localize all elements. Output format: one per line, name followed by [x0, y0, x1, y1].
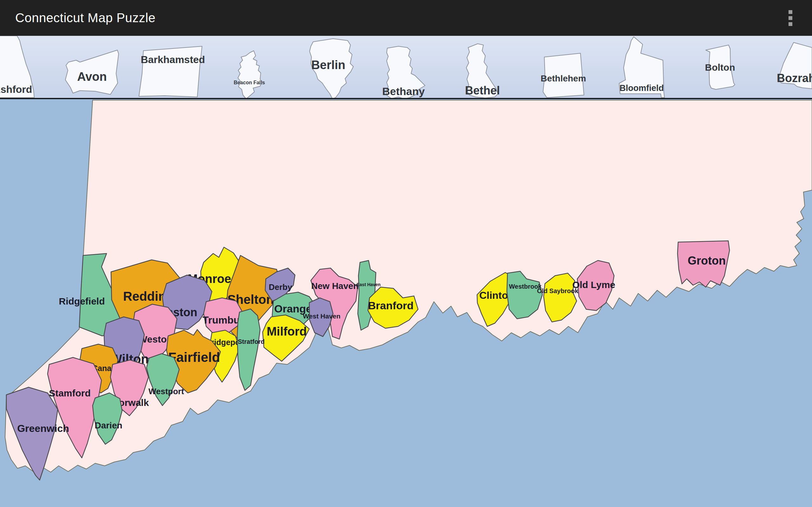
map-piece-label: East Haven [357, 282, 380, 287]
tray-piece-label: Bethel [465, 84, 500, 97]
map-piece-groton[interactable]: Groton [677, 241, 729, 287]
piece-tray[interactable]: AshfordAvonBarkhamstedBeacon FallsBerlin… [0, 36, 812, 99]
map-piece-label: Stamford [49, 388, 91, 398]
map-piece-label: Old Lyme [572, 279, 615, 290]
overflow-menu-icon [789, 10, 792, 14]
map-piece-label: Ridgefield [59, 296, 105, 306]
tray-piece-label: Bloomfield [619, 83, 664, 93]
tray-piece-label: Ashford [0, 83, 32, 95]
puzzle-scene[interactable]: RidgefieldReddingMonroeSheltonDerbyEasto… [0, 0, 812, 507]
map-piece-label: New Haven [311, 281, 358, 291]
map-piece-label: Greenwich [17, 423, 69, 434]
app-title: Connecticut Map Puzzle [15, 11, 155, 25]
tray-piece-label: Berlin [311, 58, 345, 72]
map-piece-label: Milford [267, 325, 307, 338]
tray-piece-label: Barkhamsted [141, 54, 205, 65]
map-piece-label: Derby [269, 282, 292, 292]
map-piece-label: Branford [368, 299, 414, 312]
map-piece-label: Darien [95, 420, 122, 430]
overflow-menu-icon [789, 16, 792, 20]
overflow-menu-icon [789, 22, 792, 26]
map-piece-label: Westport [148, 387, 184, 396]
tray-piece-label: Bolton [705, 62, 735, 72]
tray-piece-label: Bethlehem [541, 73, 586, 83]
tray-piece-label: Beacon Falls [234, 80, 265, 85]
map-piece-label: Stratford [238, 338, 264, 345]
overflow-menu-button[interactable] [785, 7, 796, 29]
map-piece-label: Groton [688, 254, 726, 267]
tray-piece-bethlehem[interactable]: Bethlehem [541, 53, 586, 98]
app-bar: Connecticut Map Puzzle [0, 0, 812, 36]
map-canvas[interactable]: RidgefieldReddingMonroeSheltonDerbyEasto… [0, 99, 812, 507]
tray-piece-label: Bethany [382, 85, 425, 97]
tray-piece-label: Avon [77, 70, 107, 83]
tray-piece-barkhamsted[interactable]: Barkhamsted [139, 46, 205, 97]
map-piece-label: West Haven [303, 313, 341, 320]
tray-divider [0, 98, 812, 99]
tray-piece-label: Bozrah [777, 72, 812, 84]
